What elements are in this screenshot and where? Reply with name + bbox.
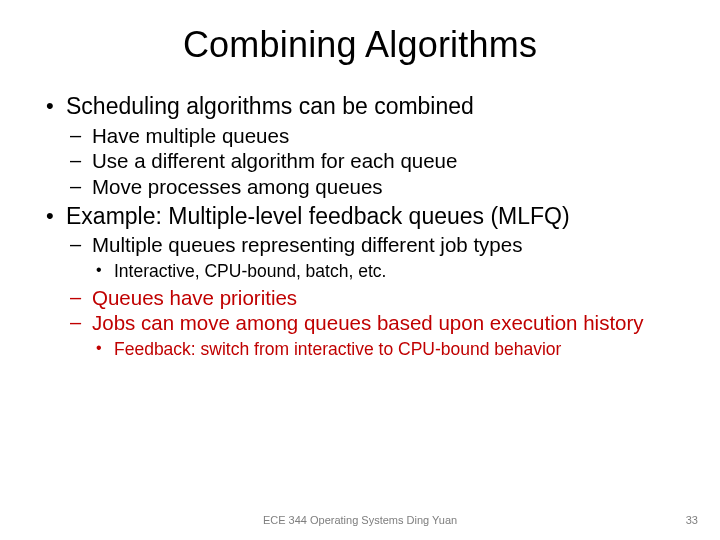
slide: Combining Algorithms Scheduling algorith… <box>0 0 720 540</box>
sub-item: Multiple queues representing different j… <box>66 232 678 282</box>
sub-list: Multiple queues representing different j… <box>66 232 678 360</box>
sub-text: Have multiple queues <box>92 124 289 147</box>
slide-title: Combining Algorithms <box>42 24 678 66</box>
bullet-list: Scheduling algorithms can be combined Ha… <box>42 92 678 361</box>
sub-text: Move processes among queues <box>92 175 383 198</box>
subsub-list: Feedback: switch from interactive to CPU… <box>92 338 678 361</box>
bullet-text: Scheduling algorithms can be combined <box>66 93 474 119</box>
sub-item-highlight: Jobs can move among queues based upon ex… <box>66 310 678 360</box>
sub-list: Have multiple queues Use a different alg… <box>66 123 678 200</box>
footer-text: ECE 344 Operating Systems Ding Yuan <box>0 514 720 526</box>
subsub-list: Interactive, CPU-bound, batch, etc. <box>92 260 678 283</box>
page-number: 33 <box>686 514 698 526</box>
subsub-item: Feedback: switch from interactive to CPU… <box>92 338 678 361</box>
subsub-text: Feedback: switch from interactive to CPU… <box>114 339 561 359</box>
sub-item-highlight: Queues have priorities <box>66 285 678 311</box>
bullet-item: Scheduling algorithms can be combined Ha… <box>42 92 678 200</box>
sub-text: Jobs can move among queues based upon ex… <box>92 311 644 334</box>
sub-text: Queues have priorities <box>92 286 297 309</box>
subsub-item: Interactive, CPU-bound, batch, etc. <box>92 260 678 283</box>
bullet-text: Example: Multiple-level feedback queues … <box>66 203 570 229</box>
bullet-item: Example: Multiple-level feedback queues … <box>42 202 678 361</box>
sub-text: Multiple queues representing different j… <box>92 233 522 256</box>
sub-item: Use a different algorithm for each queue <box>66 148 678 174</box>
sub-item: Move processes among queues <box>66 174 678 200</box>
sub-item: Have multiple queues <box>66 123 678 149</box>
sub-text: Use a different algorithm for each queue <box>92 149 457 172</box>
subsub-text: Interactive, CPU-bound, batch, etc. <box>114 261 386 281</box>
